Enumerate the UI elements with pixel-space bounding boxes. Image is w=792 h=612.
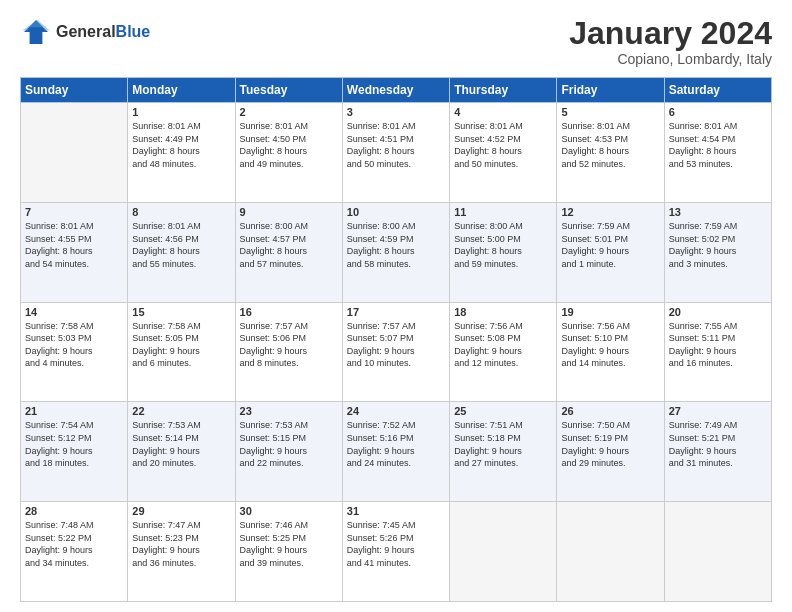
day-info: Sunrise: 7:48 AMSunset: 5:22 PMDaylight:…: [25, 519, 123, 569]
calendar-cell: 29Sunrise: 7:47 AMSunset: 5:23 PMDayligh…: [128, 502, 235, 602]
day-number: 18: [454, 306, 552, 318]
day-number: 27: [669, 405, 767, 417]
day-number: 15: [132, 306, 230, 318]
calendar-cell: 4Sunrise: 8:01 AMSunset: 4:52 PMDaylight…: [450, 103, 557, 203]
calendar-cell: 5Sunrise: 8:01 AMSunset: 4:53 PMDaylight…: [557, 103, 664, 203]
calendar-cell: 14Sunrise: 7:58 AMSunset: 5:03 PMDayligh…: [21, 302, 128, 402]
logo-general: General: [56, 23, 116, 40]
logo-icon: [20, 16, 52, 48]
calendar-cell: 1Sunrise: 8:01 AMSunset: 4:49 PMDaylight…: [128, 103, 235, 203]
day-number: 30: [240, 505, 338, 517]
calendar-cell: 21Sunrise: 7:54 AMSunset: 5:12 PMDayligh…: [21, 402, 128, 502]
calendar-cell: 22Sunrise: 7:53 AMSunset: 5:14 PMDayligh…: [128, 402, 235, 502]
calendar-cell: 8Sunrise: 8:01 AMSunset: 4:56 PMDaylight…: [128, 202, 235, 302]
day-info: Sunrise: 7:46 AMSunset: 5:25 PMDaylight:…: [240, 519, 338, 569]
header: GeneralBlue January 2024 Copiano, Lombar…: [20, 16, 772, 67]
calendar-cell: 23Sunrise: 7:53 AMSunset: 5:15 PMDayligh…: [235, 402, 342, 502]
calendar-table: SundayMondayTuesdayWednesdayThursdayFrid…: [20, 77, 772, 602]
day-number: 5: [561, 106, 659, 118]
weekday-header-thursday: Thursday: [450, 78, 557, 103]
day-number: 24: [347, 405, 445, 417]
logo: GeneralBlue: [20, 16, 150, 48]
calendar-cell: [450, 502, 557, 602]
calendar-cell: 3Sunrise: 8:01 AMSunset: 4:51 PMDaylight…: [342, 103, 449, 203]
logo-text: GeneralBlue: [56, 23, 150, 41]
day-info: Sunrise: 7:54 AMSunset: 5:12 PMDaylight:…: [25, 419, 123, 469]
calendar-cell: [664, 502, 771, 602]
calendar-cell: 13Sunrise: 7:59 AMSunset: 5:02 PMDayligh…: [664, 202, 771, 302]
weekday-header-friday: Friday: [557, 78, 664, 103]
day-info: Sunrise: 8:00 AMSunset: 4:57 PMDaylight:…: [240, 220, 338, 270]
day-number: 16: [240, 306, 338, 318]
day-number: 14: [25, 306, 123, 318]
calendar-cell: 27Sunrise: 7:49 AMSunset: 5:21 PMDayligh…: [664, 402, 771, 502]
day-number: 23: [240, 405, 338, 417]
day-info: Sunrise: 7:55 AMSunset: 5:11 PMDaylight:…: [669, 320, 767, 370]
day-info: Sunrise: 7:52 AMSunset: 5:16 PMDaylight:…: [347, 419, 445, 469]
weekday-header-sunday: Sunday: [21, 78, 128, 103]
day-number: 8: [132, 206, 230, 218]
day-number: 28: [25, 505, 123, 517]
calendar-cell: 20Sunrise: 7:55 AMSunset: 5:11 PMDayligh…: [664, 302, 771, 402]
day-info: Sunrise: 7:49 AMSunset: 5:21 PMDaylight:…: [669, 419, 767, 469]
calendar-cell: 28Sunrise: 7:48 AMSunset: 5:22 PMDayligh…: [21, 502, 128, 602]
day-info: Sunrise: 8:01 AMSunset: 4:55 PMDaylight:…: [25, 220, 123, 270]
calendar-cell: 15Sunrise: 7:58 AMSunset: 5:05 PMDayligh…: [128, 302, 235, 402]
day-info: Sunrise: 8:01 AMSunset: 4:52 PMDaylight:…: [454, 120, 552, 170]
calendar-cell: 6Sunrise: 8:01 AMSunset: 4:54 PMDaylight…: [664, 103, 771, 203]
day-number: 3: [347, 106, 445, 118]
day-number: 10: [347, 206, 445, 218]
calendar-cell: 12Sunrise: 7:59 AMSunset: 5:01 PMDayligh…: [557, 202, 664, 302]
calendar-cell: 25Sunrise: 7:51 AMSunset: 5:18 PMDayligh…: [450, 402, 557, 502]
day-info: Sunrise: 7:58 AMSunset: 5:03 PMDaylight:…: [25, 320, 123, 370]
day-info: Sunrise: 7:53 AMSunset: 5:14 PMDaylight:…: [132, 419, 230, 469]
day-info: Sunrise: 7:53 AMSunset: 5:15 PMDaylight:…: [240, 419, 338, 469]
day-number: 20: [669, 306, 767, 318]
location-subtitle: Copiano, Lombardy, Italy: [569, 51, 772, 67]
day-info: Sunrise: 7:50 AMSunset: 5:19 PMDaylight:…: [561, 419, 659, 469]
day-info: Sunrise: 8:01 AMSunset: 4:51 PMDaylight:…: [347, 120, 445, 170]
calendar-cell: 30Sunrise: 7:46 AMSunset: 5:25 PMDayligh…: [235, 502, 342, 602]
day-number: 6: [669, 106, 767, 118]
day-info: Sunrise: 8:01 AMSunset: 4:50 PMDaylight:…: [240, 120, 338, 170]
day-info: Sunrise: 8:01 AMSunset: 4:53 PMDaylight:…: [561, 120, 659, 170]
calendar-cell: [21, 103, 128, 203]
day-number: 17: [347, 306, 445, 318]
title-block: January 2024 Copiano, Lombardy, Italy: [569, 16, 772, 67]
day-info: Sunrise: 7:56 AMSunset: 5:10 PMDaylight:…: [561, 320, 659, 370]
week-row-4: 21Sunrise: 7:54 AMSunset: 5:12 PMDayligh…: [21, 402, 772, 502]
weekday-header-wednesday: Wednesday: [342, 78, 449, 103]
day-info: Sunrise: 8:01 AMSunset: 4:49 PMDaylight:…: [132, 120, 230, 170]
day-number: 7: [25, 206, 123, 218]
day-info: Sunrise: 7:47 AMSunset: 5:23 PMDaylight:…: [132, 519, 230, 569]
calendar-cell: 7Sunrise: 8:01 AMSunset: 4:55 PMDaylight…: [21, 202, 128, 302]
weekday-header-row: SundayMondayTuesdayWednesdayThursdayFrid…: [21, 78, 772, 103]
day-info: Sunrise: 7:56 AMSunset: 5:08 PMDaylight:…: [454, 320, 552, 370]
week-row-2: 7Sunrise: 8:01 AMSunset: 4:55 PMDaylight…: [21, 202, 772, 302]
calendar-cell: 24Sunrise: 7:52 AMSunset: 5:16 PMDayligh…: [342, 402, 449, 502]
calendar-cell: 2Sunrise: 8:01 AMSunset: 4:50 PMDaylight…: [235, 103, 342, 203]
day-number: 25: [454, 405, 552, 417]
day-number: 11: [454, 206, 552, 218]
day-info: Sunrise: 7:59 AMSunset: 5:02 PMDaylight:…: [669, 220, 767, 270]
week-row-1: 1Sunrise: 8:01 AMSunset: 4:49 PMDaylight…: [21, 103, 772, 203]
day-number: 12: [561, 206, 659, 218]
calendar-cell: 19Sunrise: 7:56 AMSunset: 5:10 PMDayligh…: [557, 302, 664, 402]
day-info: Sunrise: 7:57 AMSunset: 5:06 PMDaylight:…: [240, 320, 338, 370]
day-number: 1: [132, 106, 230, 118]
weekday-header-tuesday: Tuesday: [235, 78, 342, 103]
calendar-cell: 18Sunrise: 7:56 AMSunset: 5:08 PMDayligh…: [450, 302, 557, 402]
day-number: 13: [669, 206, 767, 218]
calendar-cell: [557, 502, 664, 602]
week-row-5: 28Sunrise: 7:48 AMSunset: 5:22 PMDayligh…: [21, 502, 772, 602]
month-title: January 2024: [569, 16, 772, 51]
calendar-cell: 17Sunrise: 7:57 AMSunset: 5:07 PMDayligh…: [342, 302, 449, 402]
calendar-cell: 10Sunrise: 8:00 AMSunset: 4:59 PMDayligh…: [342, 202, 449, 302]
day-info: Sunrise: 7:51 AMSunset: 5:18 PMDaylight:…: [454, 419, 552, 469]
calendar-cell: 9Sunrise: 8:00 AMSunset: 4:57 PMDaylight…: [235, 202, 342, 302]
calendar-cell: 11Sunrise: 8:00 AMSunset: 5:00 PMDayligh…: [450, 202, 557, 302]
week-row-3: 14Sunrise: 7:58 AMSunset: 5:03 PMDayligh…: [21, 302, 772, 402]
day-info: Sunrise: 8:01 AMSunset: 4:56 PMDaylight:…: [132, 220, 230, 270]
day-info: Sunrise: 7:58 AMSunset: 5:05 PMDaylight:…: [132, 320, 230, 370]
day-info: Sunrise: 8:00 AMSunset: 5:00 PMDaylight:…: [454, 220, 552, 270]
